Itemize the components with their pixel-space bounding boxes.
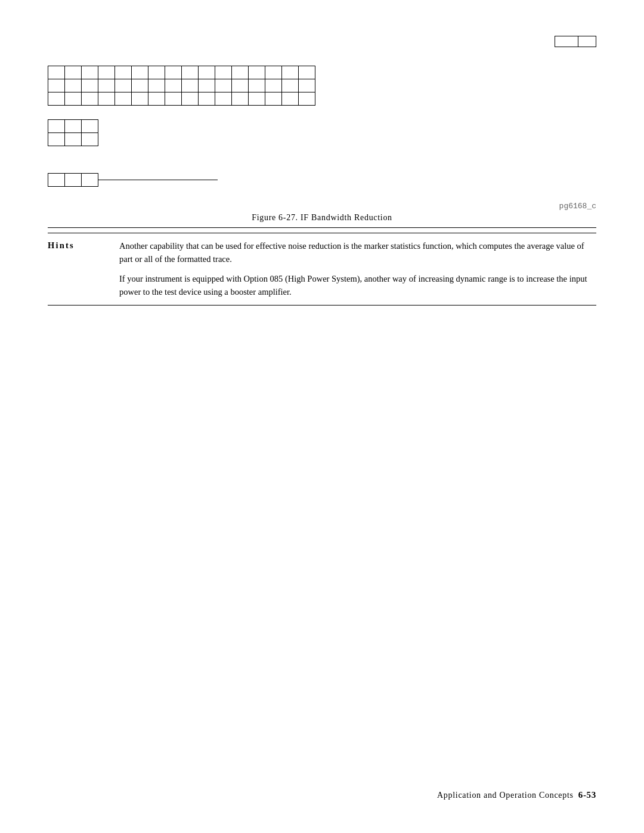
grid-cell	[249, 92, 265, 106]
footer-page-number: 6-53	[578, 790, 596, 800]
grid-cell	[98, 92, 115, 106]
grid-cell	[65, 92, 82, 106]
grid-cell	[232, 79, 249, 92]
page-footer: Application and Operation Concepts 6-53	[48, 790, 596, 800]
grid-cell	[265, 92, 282, 106]
top-right-diagram	[555, 36, 596, 47]
small-tab-cell	[578, 36, 596, 47]
grid-cell	[249, 79, 265, 92]
lower-cell	[82, 174, 98, 187]
grid-cell	[132, 79, 148, 92]
grid-cell	[65, 66, 82, 79]
grid-cell	[282, 92, 299, 106]
figure-caption: Figure 6-27. IF Bandwidth Reduction	[48, 213, 596, 228]
small-tab-grid	[555, 36, 596, 47]
partial-cell	[48, 120, 65, 133]
bottom-partial-grid	[48, 119, 98, 146]
partial-cell	[48, 133, 65, 146]
small-tab-cell	[555, 36, 578, 47]
grid-cell	[282, 79, 299, 92]
figure-label: pg6168_c	[48, 202, 596, 211]
grid-cell	[199, 66, 215, 79]
grid-cell	[98, 66, 115, 79]
grid-cell	[182, 66, 199, 79]
grid-cell	[165, 66, 182, 79]
grid-cell	[299, 66, 315, 79]
lower-cell	[48, 174, 65, 187]
partial-cell	[65, 120, 82, 133]
figure-section: pg6168_c Figure 6-27. IF Bandwidth Reduc…	[48, 202, 596, 228]
grid-cell	[182, 79, 199, 92]
grid-cell	[82, 92, 98, 106]
lower-boxes	[48, 173, 98, 187]
partial-grid	[48, 119, 98, 146]
hints-label: Hints	[48, 239, 119, 299]
grid-cell	[48, 66, 65, 79]
hints-table: Hints Another capability that can be use…	[48, 233, 596, 306]
grid-cell	[48, 92, 65, 106]
grid-cell	[82, 66, 98, 79]
grid-cell	[132, 66, 148, 79]
grid-cell	[249, 66, 265, 79]
grid-cell	[115, 79, 132, 92]
grid-cell	[148, 92, 165, 106]
partial-cell	[65, 133, 82, 146]
grid-cell	[132, 92, 148, 106]
hints-paragraph-1: Another capability that can be used for …	[119, 239, 596, 266]
page: pg6168_c Figure 6-27. IF Bandwidth Reduc…	[0, 0, 644, 833]
grid-cell	[98, 79, 115, 92]
hints-row: Hints Another capability that can be use…	[48, 233, 596, 306]
main-diagram-area	[48, 66, 315, 106]
lower-cell	[65, 174, 82, 187]
grid-cell	[265, 79, 282, 92]
grid-cell	[148, 79, 165, 92]
grid-cell	[232, 66, 249, 79]
grid-cell	[115, 92, 132, 106]
footer-text: Application and Operation Concepts 6-53	[437, 790, 596, 800]
hints-content: Another capability that can be used for …	[119, 239, 596, 299]
main-grid	[48, 66, 315, 106]
partial-cell	[82, 120, 98, 133]
grid-cell	[82, 79, 98, 92]
grid-cell	[299, 79, 315, 92]
grid-cell	[232, 92, 249, 106]
hints-paragraph-2: If your instrument is equipped with Opti…	[119, 272, 596, 299]
lower-line	[98, 180, 218, 181]
grid-cell	[115, 66, 132, 79]
grid-cell	[215, 66, 232, 79]
grid-cell	[199, 92, 215, 106]
grid-cell	[215, 79, 232, 92]
grid-cell	[282, 66, 299, 79]
grid-cell	[165, 79, 182, 92]
grid-cell	[48, 79, 65, 92]
grid-cell	[265, 66, 282, 79]
grid-cell	[299, 92, 315, 106]
footer-label: Application and Operation Concepts	[437, 791, 574, 800]
grid-cell	[148, 66, 165, 79]
grid-cell	[199, 79, 215, 92]
grid-cell	[215, 92, 232, 106]
partial-cell	[82, 133, 98, 146]
lower-row-diagram	[48, 173, 218, 187]
grid-cell	[182, 92, 199, 106]
grid-cell	[165, 92, 182, 106]
grid-cell	[65, 79, 82, 92]
